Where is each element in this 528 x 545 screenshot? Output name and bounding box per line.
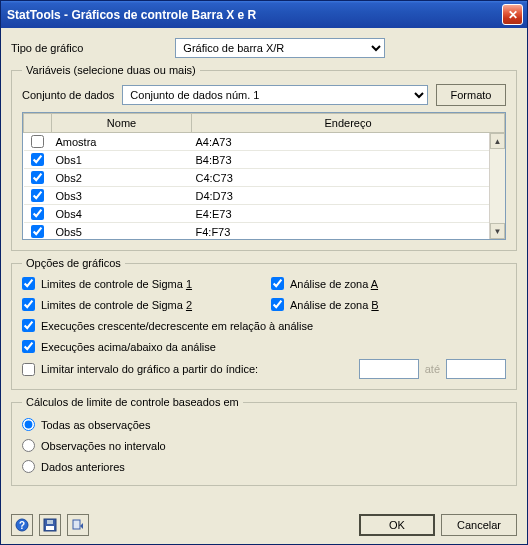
zoneA-label: Análise de zona A [290, 278, 378, 290]
sigma1-checkbox[interactable] [22, 277, 35, 290]
graph-options-group: Opções de gráficos Limites de controle d… [11, 257, 517, 390]
variables-group: Variáveis (selecione duas ou mais) Conju… [11, 64, 517, 251]
close-button[interactable]: ✕ [502, 4, 523, 25]
graph-options-grid: Limites de controle de Sigma 1 Análise d… [22, 277, 506, 353]
row-checkbox[interactable] [31, 189, 44, 202]
row-check-cell[interactable] [24, 223, 52, 241]
title-bar: StatTools - Gráficos de controle Barra X… [1, 1, 527, 28]
row-checkbox[interactable] [31, 171, 44, 184]
row-checkbox[interactable] [31, 225, 44, 238]
table-row[interactable]: Obs3D4:D73 [24, 187, 505, 205]
limit-interval-checkbox-row[interactable]: Limitar intervalo do gráfico a partir do… [22, 363, 258, 376]
row-check-cell[interactable] [24, 133, 52, 151]
row-check-cell[interactable] [24, 205, 52, 223]
row-name-cell: Obs2 [52, 169, 192, 187]
cancel-button[interactable]: Cancelar [441, 514, 517, 536]
table-row[interactable]: Obs2C4:C73 [24, 169, 505, 187]
limit-interval-label: Limitar intervalo do gráfico a partir do… [41, 363, 258, 375]
scroll-down-icon[interactable]: ▼ [490, 223, 505, 239]
opt-all-row[interactable]: Todas as observações [22, 418, 506, 431]
opt-interval-radio[interactable] [22, 439, 35, 452]
limit-from-input[interactable] [359, 359, 419, 379]
opt-interval-row[interactable]: Observações no intervalo [22, 439, 506, 452]
sigma1-checkbox-row[interactable]: Limites de controle de Sigma 1 [22, 277, 257, 290]
save-button[interactable] [39, 514, 61, 536]
sigma2-checkbox[interactable] [22, 298, 35, 311]
limit-sep-label: até [425, 363, 440, 375]
close-icon: ✕ [508, 8, 518, 22]
table-row[interactable]: Obs5F4:F73 [24, 223, 505, 241]
table-row[interactable]: AmostraA4:A73 [24, 133, 505, 151]
runs-above-checkbox[interactable] [22, 340, 35, 353]
zoneB-label: Análise de zona B [290, 299, 379, 311]
zoneB-checkbox[interactable] [271, 298, 284, 311]
limit-interval-checkbox[interactable] [22, 363, 35, 376]
calc-limits-radio-group: Todas as observações Observações no inte… [22, 416, 506, 475]
runs-rel-checkbox[interactable] [22, 319, 35, 332]
runs-rel-checkbox-row[interactable]: Execuções crescente/decrescente em relaç… [22, 319, 506, 332]
svg-rect-3 [46, 526, 54, 530]
row-name-cell: Obs3 [52, 187, 192, 205]
chart-type-row: Tipo de gráfico Gráfico de barra X/R [11, 38, 517, 58]
table-scrollbar[interactable]: ▲ ▼ [489, 133, 505, 239]
calc-limits-legend: Cálculos de limite de controle baseados … [22, 396, 243, 408]
row-name-cell: Obs5 [52, 223, 192, 241]
opt-prior-label: Dados anteriores [41, 461, 125, 473]
opt-prior-radio[interactable] [22, 460, 35, 473]
row-check-cell[interactable] [24, 187, 52, 205]
runs-above-checkbox-row[interactable]: Execuções acima/abaixo da análise [22, 340, 506, 353]
dialog-window: StatTools - Gráficos de controle Barra X… [0, 0, 528, 545]
svg-text:?: ? [19, 520, 25, 531]
column-header-name[interactable]: Nome [52, 114, 192, 133]
help-button[interactable]: ? [11, 514, 33, 536]
column-header-check[interactable] [24, 114, 52, 133]
help-icon: ? [15, 518, 29, 532]
row-address-cell: B4:B73 [192, 151, 505, 169]
calc-limits-group: Cálculos de limite de controle baseados … [11, 396, 517, 486]
row-checkbox[interactable] [31, 153, 44, 166]
row-address-cell: C4:C73 [192, 169, 505, 187]
limit-to-input[interactable] [446, 359, 506, 379]
table-row[interactable]: Obs4E4:E73 [24, 205, 505, 223]
dialog-content: Tipo de gráfico Gráfico de barra X/R Var… [1, 28, 527, 508]
dataset-select[interactable]: Conjunto de dados núm. 1 [122, 85, 428, 105]
row-name-cell: Obs4 [52, 205, 192, 223]
zoneA-checkbox-row[interactable]: Análise de zona A [271, 277, 506, 290]
variables-table: Nome Endereço AmostraA4:A73Obs1B4:B73Obs… [23, 113, 505, 240]
chart-type-label: Tipo de gráfico [11, 42, 83, 54]
row-address-cell: D4:D73 [192, 187, 505, 205]
dataset-row: Conjunto de dados Conjunto de dados núm.… [22, 84, 506, 106]
scroll-up-icon[interactable]: ▲ [490, 133, 505, 149]
zoneA-checkbox[interactable] [271, 277, 284, 290]
reset-icon [71, 518, 85, 532]
graph-options-legend: Opções de gráficos [22, 257, 125, 269]
table-row[interactable]: Obs1B4:B73 [24, 151, 505, 169]
runs-rel-label: Execuções crescente/decrescente em relaç… [41, 320, 313, 332]
sigma2-checkbox-row[interactable]: Limites de controle de Sigma 2 [22, 298, 257, 311]
row-checkbox[interactable] [31, 135, 44, 148]
opt-prior-row[interactable]: Dados anteriores [22, 460, 506, 473]
save-icon [43, 518, 57, 532]
chart-type-select[interactable]: Gráfico de barra X/R [175, 38, 385, 58]
row-check-cell[interactable] [24, 169, 52, 187]
reset-button[interactable] [67, 514, 89, 536]
zoneB-checkbox-row[interactable]: Análise de zona B [271, 298, 506, 311]
window-title: StatTools - Gráficos de controle Barra X… [7, 8, 502, 22]
sigma1-label: Limites de controle de Sigma 1 [41, 278, 192, 290]
ok-button[interactable]: OK [359, 514, 435, 536]
format-button[interactable]: Formato [436, 84, 506, 106]
row-name-cell: Amostra [52, 133, 192, 151]
row-check-cell[interactable] [24, 151, 52, 169]
opt-all-radio[interactable] [22, 418, 35, 431]
dialog-footer: ? OK Cancelar [1, 508, 527, 544]
svg-rect-5 [73, 520, 80, 529]
dataset-label: Conjunto de dados [22, 89, 114, 101]
row-checkbox[interactable] [31, 207, 44, 220]
limit-interval-row: Limitar intervalo do gráfico a partir do… [22, 359, 506, 379]
column-header-address[interactable]: Endereço [192, 114, 505, 133]
scroll-track[interactable] [490, 149, 505, 223]
runs-above-label: Execuções acima/abaixo da análise [41, 341, 216, 353]
row-address-cell: E4:E73 [192, 205, 505, 223]
row-name-cell: Obs1 [52, 151, 192, 169]
variables-legend: Variáveis (selecione duas ou mais) [22, 64, 200, 76]
